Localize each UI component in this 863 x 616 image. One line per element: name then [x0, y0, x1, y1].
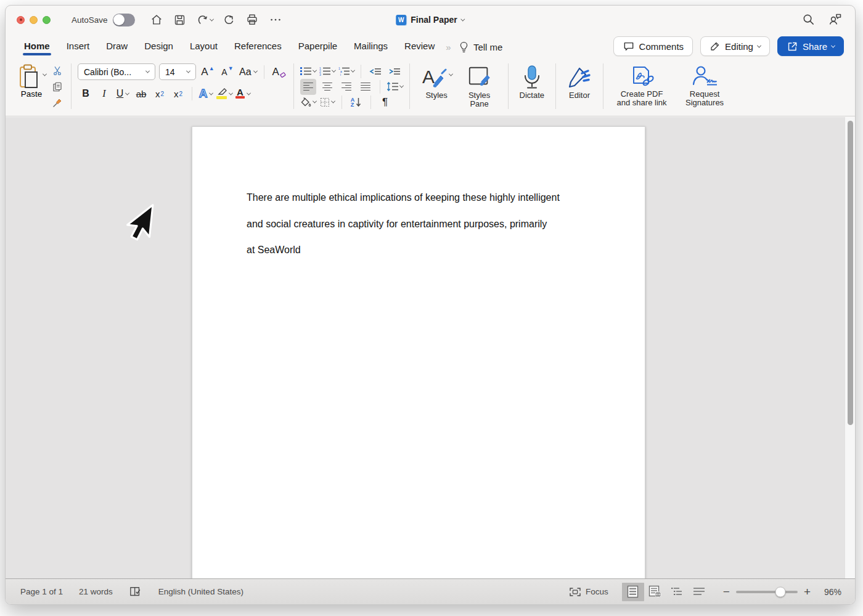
align-center-button[interactable] — [319, 79, 335, 95]
tab-overflow-chevrons-icon[interactable]: » — [446, 42, 449, 52]
multilevel-list-button[interactable]: 1ai — [338, 63, 354, 79]
numbered-list-icon: 123 — [319, 67, 330, 76]
editor-label: Editor — [569, 91, 590, 100]
font-name-select[interactable]: Calibri (Bo... — [78, 63, 155, 80]
print-button[interactable] — [244, 12, 260, 28]
grow-font-button[interactable]: A▲ — [200, 64, 216, 80]
divider — [264, 65, 264, 79]
print-layout-view-button[interactable] — [622, 583, 644, 601]
clear-formatting-button[interactable]: A — [271, 64, 287, 80]
divider — [192, 87, 192, 100]
tab-references[interactable]: References — [234, 37, 282, 57]
align-right-button[interactable] — [338, 79, 354, 95]
increase-indent-button[interactable] — [387, 63, 403, 79]
strikethrough-button[interactable]: ab — [133, 86, 149, 102]
minimize-window-button[interactable] — [30, 16, 38, 24]
editor-button[interactable]: Editor — [562, 63, 597, 101]
create-pdf-button[interactable]: Create PDF and share link — [610, 63, 674, 108]
highlighter-icon — [217, 88, 227, 95]
draft-view-button[interactable] — [689, 583, 711, 601]
tab-draw[interactable]: Draw — [106, 37, 128, 57]
borders-button[interactable] — [319, 94, 335, 110]
search-icon — [801, 12, 816, 26]
zoom-out-button[interactable]: − — [723, 586, 730, 598]
font-size-select[interactable]: 14 — [159, 63, 196, 80]
language-status[interactable]: English (United States) — [158, 587, 243, 596]
format-painter-button[interactable] — [50, 97, 65, 109]
decrease-indent-button[interactable] — [367, 63, 383, 79]
shading-button[interactable] — [300, 94, 316, 110]
paste-button[interactable]: Paste — [17, 63, 46, 109]
copy-button[interactable] — [50, 81, 65, 93]
font-color-button[interactable]: A — [235, 86, 251, 102]
italic-button[interactable]: I — [96, 86, 112, 102]
zoom-slider[interactable] — [736, 591, 798, 593]
more-commands-button[interactable] — [268, 12, 284, 28]
redo-button[interactable] — [221, 12, 237, 28]
document-canvas[interactable]: There are multiple ethical implications … — [6, 117, 855, 580]
scrollbar-thumb[interactable] — [848, 121, 853, 425]
dictate-button[interactable]: Dictate — [515, 63, 549, 101]
multilevel-list-icon: 1ai — [338, 67, 350, 76]
document-page[interactable]: There are multiple ethical implications … — [192, 126, 645, 580]
zoom-in-button[interactable]: + — [804, 586, 811, 598]
request-signatures-button[interactable]: Request Signatures — [676, 63, 733, 108]
styles-button[interactable]: A Styles — [416, 63, 457, 110]
autosave-toggle[interactable] — [113, 14, 135, 26]
paste-chevron-icon — [43, 72, 47, 76]
tab-design[interactable]: Design — [144, 37, 173, 57]
text-effects-chevron-icon — [209, 91, 213, 95]
search-button[interactable] — [801, 12, 816, 26]
spellcheck-status[interactable] — [129, 586, 142, 598]
comments-button[interactable]: Comments — [613, 36, 693, 56]
request-signatures-label: Request Signatures — [681, 90, 728, 107]
word-count-status[interactable]: 21 words — [79, 587, 113, 596]
justify-button[interactable] — [358, 79, 374, 95]
align-left-button[interactable] — [300, 79, 316, 95]
numbering-button[interactable]: 123 — [319, 63, 335, 79]
line-spacing-button[interactable] — [387, 79, 403, 95]
undo-split-button[interactable] — [195, 13, 213, 26]
show-paragraph-marks-button[interactable]: ¶ — [377, 94, 393, 110]
font-name-chevron-icon — [145, 69, 150, 73]
underline-button[interactable]: U — [115, 86, 131, 102]
tab-insert[interactable]: Insert — [67, 37, 90, 57]
share-button[interactable]: Share — [777, 36, 844, 56]
styles-pane-button[interactable]: Styles Pane — [457, 63, 502, 110]
draft-view-icon — [693, 587, 706, 597]
text-effects-button[interactable]: A — [198, 86, 214, 102]
page-count-status[interactable]: Page 1 of 1 — [20, 587, 63, 596]
editing-mode-button[interactable]: Editing — [700, 36, 770, 56]
tab-mailings[interactable]: Mailings — [354, 37, 388, 57]
cut-button[interactable] — [50, 65, 65, 77]
tell-me-button[interactable]: Tell me — [458, 41, 503, 54]
vertical-scrollbar[interactable] — [845, 117, 855, 580]
tab-layout[interactable]: Layout — [190, 37, 218, 57]
tab-review[interactable]: Review — [404, 37, 435, 57]
bold-button[interactable]: B — [78, 86, 94, 102]
tab-home[interactable]: Home — [24, 37, 50, 57]
outline-view-button[interactable] — [666, 583, 689, 601]
zoom-slider-knob[interactable] — [775, 586, 785, 597]
undo-icon — [195, 13, 209, 26]
sort-button[interactable]: AZ — [348, 94, 364, 110]
home-quick-button[interactable] — [149, 12, 165, 28]
mouse-cursor-arrow — [125, 202, 157, 249]
web-layout-view-button[interactable] — [644, 583, 666, 601]
shrink-font-button[interactable]: A▼ — [219, 64, 235, 80]
font-color-label: A — [237, 89, 243, 95]
bullets-button[interactable] — [300, 63, 316, 79]
close-window-button[interactable] — [17, 16, 25, 24]
document-title-menu[interactable]: W Final Paper — [396, 15, 464, 25]
align-right-icon — [342, 83, 351, 91]
tab-paperpile[interactable]: Paperpile — [298, 37, 337, 57]
highlight-color-button[interactable] — [216, 86, 232, 102]
focus-mode-button[interactable]: Focus — [569, 587, 608, 597]
zoom-percentage[interactable]: 96% — [817, 587, 841, 597]
save-button[interactable] — [172, 12, 188, 28]
subscript-button[interactable]: x2 — [152, 86, 168, 102]
zoom-window-button[interactable] — [43, 16, 51, 24]
change-case-button[interactable]: Aa — [239, 64, 257, 80]
superscript-button[interactable]: x2 — [170, 86, 186, 102]
presence-button[interactable] — [828, 12, 843, 26]
